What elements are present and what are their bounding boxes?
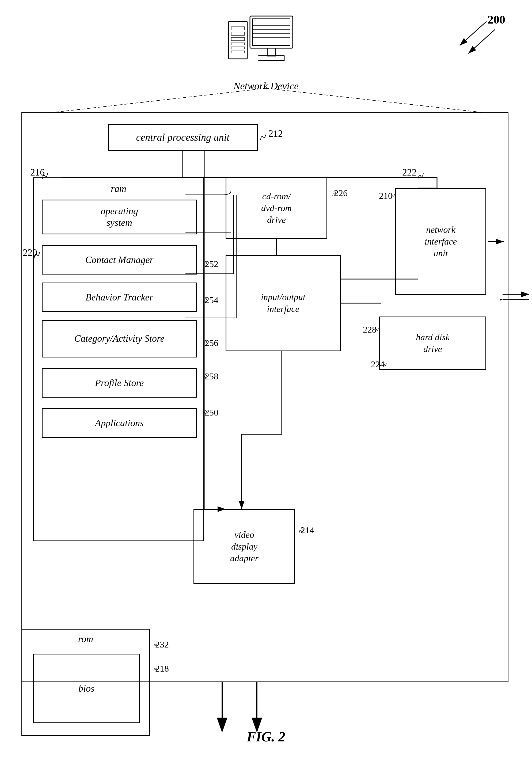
svg-marker-51 bbox=[0, 680, 4, 682]
niu-ref-sq bbox=[390, 191, 395, 200]
rom-outer-box: rom bios bbox=[21, 629, 150, 736]
fig-label: FIG. 2 bbox=[247, 729, 285, 744]
hdd-label: hard diskdrive bbox=[416, 331, 449, 355]
svg-marker-5 bbox=[438, 19, 441, 20]
applications-label: Applications bbox=[95, 417, 144, 429]
svg-marker-1 bbox=[0, 0, 3, 2]
ref258-sq bbox=[202, 372, 207, 380]
ref214-sq bbox=[298, 526, 303, 534]
svg-rect-16 bbox=[231, 32, 245, 35]
niu-label: networkinterfaceunit bbox=[425, 224, 457, 259]
svg-rect-7 bbox=[253, 19, 290, 46]
svg-marker-2 bbox=[0, 0, 3, 2]
rom-label: rom bbox=[22, 630, 149, 644]
diagram: 200 bbox=[0, 0, 532, 758]
svg-rect-12 bbox=[267, 48, 275, 56]
svg-rect-20 bbox=[231, 51, 245, 53]
profile-store-label: Profile Store bbox=[95, 377, 144, 389]
hdd-box: hard diskdrive bbox=[379, 317, 486, 370]
dashed-line-left bbox=[53, 88, 266, 112]
ref218-sq bbox=[153, 664, 158, 672]
svg-rect-15 bbox=[231, 27, 245, 30]
ref250-sq bbox=[202, 408, 207, 416]
contact-manager-box: Contact Manager bbox=[42, 245, 197, 275]
contact-manager-label: Contact Manager bbox=[86, 254, 154, 265]
svg-rect-6 bbox=[250, 16, 293, 48]
io-label: input/outputinterface bbox=[261, 292, 305, 315]
niu-box: networkinterfaceunit bbox=[395, 188, 486, 295]
ram-box: ram operating system Contact Manager Beh… bbox=[33, 177, 204, 541]
ref254-sq bbox=[202, 296, 207, 304]
behavior-tracker-label: Behavior Tracker bbox=[86, 292, 153, 303]
ref228-sq bbox=[374, 326, 379, 333]
ref224-sq bbox=[382, 360, 387, 368]
os-box: operating system bbox=[42, 200, 197, 234]
dashed-line-right bbox=[266, 88, 482, 112]
behavior-tracker-box: Behavior Tracker bbox=[42, 283, 197, 312]
bios-box: bios bbox=[33, 654, 140, 723]
main-system-box: central processing unit 212 216 222 ram … bbox=[21, 112, 509, 682]
svg-rect-19 bbox=[231, 47, 245, 49]
svg-marker-21 bbox=[22, 113, 25, 115]
vda-box: videodisplayadapter bbox=[194, 509, 295, 584]
network-device-label: Network Device bbox=[226, 80, 306, 92]
svg-marker-22 bbox=[22, 113, 25, 115]
vda-label: videodisplayadapter bbox=[230, 529, 259, 565]
ref222-squiggle bbox=[417, 169, 427, 180]
svg-rect-17 bbox=[231, 37, 245, 41]
svg-rect-18 bbox=[231, 43, 245, 45]
ram-label: ram bbox=[34, 178, 203, 194]
bios-label: bios bbox=[78, 683, 94, 694]
cpu-label: central processing unit bbox=[136, 131, 230, 143]
cpu-box: central processing unit bbox=[108, 124, 258, 151]
ref232-sq bbox=[153, 640, 158, 648]
ref256-sq bbox=[202, 339, 207, 347]
category-activity-store-label: Category/Activity Store bbox=[74, 333, 164, 344]
category-activity-store-box: Category/Activity Store bbox=[42, 320, 197, 358]
cdrom-label: cd-rom/dvd-romdrive bbox=[261, 190, 292, 226]
ref222: 222 bbox=[402, 167, 417, 178]
svg-marker-0 bbox=[0, 0, 3, 2]
network-device-area: Network Device bbox=[226, 14, 306, 92]
ram-ref-squiggle bbox=[33, 248, 44, 259]
ref212-squiggle bbox=[258, 129, 271, 143]
computer-icon bbox=[226, 14, 306, 78]
os-label: operating system bbox=[101, 205, 138, 228]
cdrom-box: cd-rom/dvd-romdrive bbox=[226, 177, 327, 239]
ref226-sq bbox=[331, 189, 337, 197]
ref200-svg bbox=[438, 19, 492, 51]
profile-store-box: Profile Store bbox=[42, 368, 197, 397]
applications-box: Applications bbox=[42, 408, 197, 438]
svg-line-4 bbox=[460, 21, 486, 46]
io-box: input/outputinterface bbox=[226, 255, 341, 351]
svg-marker-3 bbox=[0, 0, 3, 2]
ref252-sq bbox=[202, 260, 207, 268]
